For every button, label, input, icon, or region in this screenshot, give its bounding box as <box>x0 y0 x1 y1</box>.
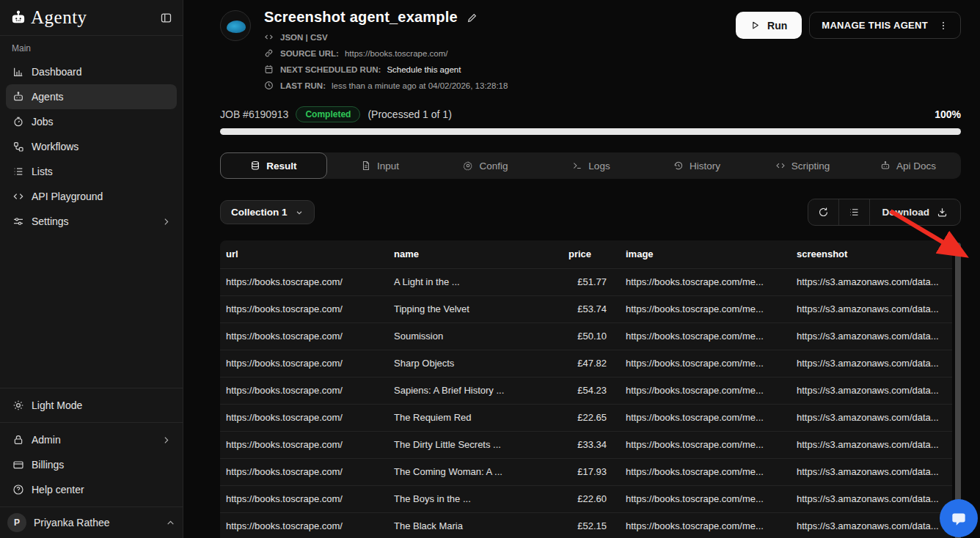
tab-label: Result <box>266 161 296 172</box>
chevron-down-icon <box>295 208 304 217</box>
sidebar-item-label: Settings <box>32 215 69 227</box>
file-icon <box>361 161 371 171</box>
theme-toggle-label: Light Mode <box>32 399 82 411</box>
last-run-value: less than a minute ago at 04/02/2026, 13… <box>332 81 508 90</box>
table-cell-price: £53.74 <box>563 295 612 323</box>
table-scrollbar[interactable] <box>955 243 961 538</box>
table-cell-name: Tipping the Velvet <box>388 295 563 323</box>
table-cell-price: £47.82 <box>563 350 612 377</box>
run-button[interactable]: Run <box>736 12 802 39</box>
schedule-agent-link[interactable]: Schedule this agent <box>387 65 461 74</box>
job-status-row: JOB #6190913 Completed (Processed 1 of 1… <box>220 106 961 122</box>
download-button[interactable]: Download <box>870 199 961 225</box>
column-header-price[interactable]: price <box>563 240 612 268</box>
format-value: JSON | CSV <box>280 33 328 42</box>
manage-agent-label: MANAGE THIS AGENT <box>822 20 928 31</box>
edit-pencil-icon[interactable] <box>467 12 478 23</box>
sidebar-item-dashboard[interactable]: Dashboard <box>6 59 177 84</box>
sidebar-nav: Dashboard Agents Jobs <box>0 56 183 237</box>
lock-icon <box>12 434 24 446</box>
tab-input[interactable]: Input <box>327 152 433 179</box>
tab-label: History <box>690 161 720 172</box>
tab-history[interactable]: History <box>644 152 750 179</box>
table-row: https://books.toscrape.com/The Dirty Lit… <box>220 431 952 458</box>
refresh-button[interactable] <box>808 199 839 225</box>
list-icon <box>12 166 24 178</box>
tab-api-docs[interactable]: Api Docs <box>855 152 961 179</box>
column-header-name[interactable]: name <box>388 240 563 268</box>
collection-dropdown[interactable]: Collection 1 <box>220 200 315 224</box>
sidebar-collapse-icon[interactable] <box>160 12 172 24</box>
bar-chart-icon <box>12 66 24 78</box>
table-cell-screenshot: https://s3.amazonaws.com/data... <box>783 485 952 512</box>
user-menu[interactable]: P Priyanka Rathee <box>0 507 183 538</box>
table-cell-name: The Dirty Little Secrets ... <box>388 431 563 458</box>
sidebar-item-label: Admin <box>32 434 61 446</box>
table-cell-price: £17.93 <box>563 458 612 485</box>
sidebar-item-jobs[interactable]: Jobs <box>6 109 177 134</box>
code-icon <box>12 191 24 203</box>
tab-logs[interactable]: Logs <box>538 152 644 179</box>
table-cell-image: https://books.toscrape.com/me... <box>612 268 783 295</box>
source-url-value[interactable]: https://books.toscrape.com/ <box>345 49 448 58</box>
history-icon <box>673 161 684 171</box>
stopwatch-icon <box>12 116 24 128</box>
sidebar-item-agents[interactable]: Agents <box>6 84 177 109</box>
play-icon <box>750 21 760 30</box>
table-row: https://books.toscrape.com/The Black Mar… <box>220 512 952 538</box>
table-cell-url: https://books.toscrape.com/ <box>220 404 388 431</box>
table-cell-url: https://books.toscrape.com/ <box>220 512 388 538</box>
sidebar-item-billings[interactable]: Billings <box>6 452 177 477</box>
table-cell-screenshot: https://s3.amazonaws.com/data... <box>783 431 952 458</box>
credit-card-icon <box>12 459 24 471</box>
theme-toggle[interactable]: Light Mode <box>6 393 177 418</box>
app-title: Agenty <box>31 7 87 28</box>
sidebar-item-api-playground[interactable]: API Playground <box>6 184 177 209</box>
table-cell-name: Soumission <box>388 323 563 350</box>
sidebar-item-lists[interactable]: Lists <box>6 159 177 184</box>
table-cell-name: The Coming Woman: A ... <box>388 458 563 485</box>
database-icon <box>250 161 260 171</box>
sun-icon <box>12 399 24 412</box>
table-cell-url: https://books.toscrape.com/ <box>220 377 388 404</box>
last-run-row: LAST RUN: less than a minute ago at 04/0… <box>264 81 508 90</box>
table-cell-url: https://books.toscrape.com/ <box>220 295 388 323</box>
tab-label: Logs <box>588 161 610 172</box>
manage-agent-button[interactable]: MANAGE THIS AGENT <box>809 12 961 39</box>
job-percent: 100% <box>935 108 961 120</box>
table-cell-price: £22.65 <box>563 404 612 431</box>
table-cell-image: https://books.toscrape.com/me... <box>612 323 783 350</box>
table-cell-image: https://books.toscrape.com/me... <box>612 458 783 485</box>
kebab-menu-icon[interactable] <box>938 21 948 31</box>
table-cell-screenshot: https://s3.amazonaws.com/data... <box>783 458 952 485</box>
chevron-up-icon <box>166 518 175 528</box>
view-options-button[interactable] <box>839 199 870 225</box>
table-row: https://books.toscrape.com/Sharp Objects… <box>220 350 952 377</box>
sidebar-item-workflows[interactable]: Workflows <box>6 134 177 159</box>
gear-icon <box>463 161 473 171</box>
download-label: Download <box>882 207 930 218</box>
tab-label: Input <box>377 161 399 172</box>
sidebar-item-admin[interactable]: Admin <box>6 427 177 452</box>
chevron-right-icon <box>161 435 171 445</box>
sidebar-item-settings[interactable]: Settings <box>6 209 177 234</box>
chat-widget-button[interactable] <box>940 499 978 537</box>
tab-label: Scripting <box>791 161 830 172</box>
table-cell-name: A Light in the ... <box>388 268 563 295</box>
column-header-image[interactable]: image <box>612 240 783 268</box>
run-button-label: Run <box>767 20 787 32</box>
column-header-screenshot[interactable]: screenshot <box>783 240 952 268</box>
job-id: JOB #6190913 <box>220 108 288 120</box>
tab-config[interactable]: Config <box>433 152 538 179</box>
tab-result[interactable]: Result <box>220 152 327 179</box>
table-header-row: url name price image screenshot <box>220 240 952 268</box>
table-cell-screenshot: https://s3.amazonaws.com/data... <box>783 377 952 404</box>
next-run-row: NEXT SCHEDULED RUN: Schedule this agent <box>264 65 508 74</box>
tab-scripting[interactable]: Scripting <box>750 152 855 179</box>
app-window: Agenty Main Dashboard <box>0 0 980 538</box>
table-row: https://books.toscrape.com/The Requiem R… <box>220 404 952 431</box>
sidebar-item-help-center[interactable]: Help center <box>6 477 177 502</box>
column-header-url[interactable]: url <box>220 240 388 268</box>
table-actions-group: Download <box>808 199 962 226</box>
logo[interactable]: Agenty <box>10 7 160 28</box>
